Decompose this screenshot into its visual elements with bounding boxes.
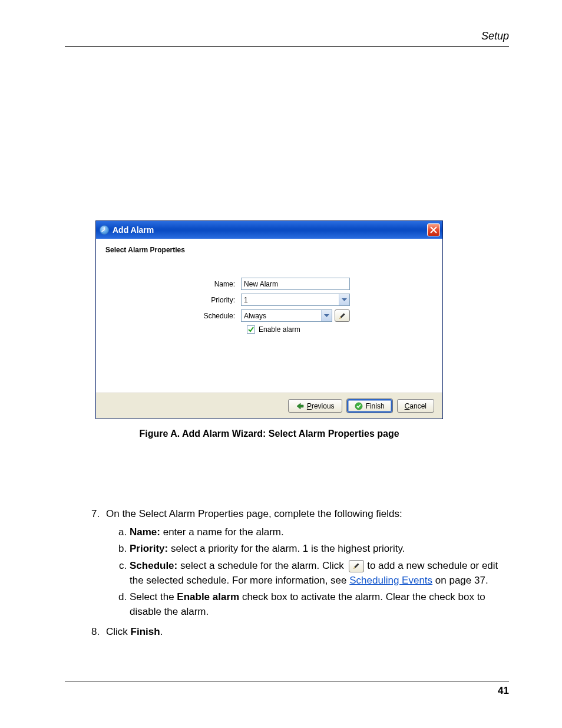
page-number: 41 xyxy=(498,685,509,697)
wizard-heading: Select Alarm Properties xyxy=(105,246,433,254)
titlebar: Add Alarm xyxy=(96,221,442,239)
schedule-select[interactable]: Always xyxy=(241,309,332,322)
priority-select[interactable]: 1 xyxy=(241,294,350,306)
titlebar-text: Add Alarm xyxy=(113,225,154,235)
previous-button[interactable]: Previous xyxy=(288,399,342,413)
name-input[interactable] xyxy=(241,278,350,290)
add-alarm-dialog: Add Alarm Select Alarm Properties Name: … xyxy=(95,220,443,419)
schedule-selected-value: Always xyxy=(242,310,321,321)
chevron-down-icon[interactable] xyxy=(321,310,332,321)
alarm-icon xyxy=(100,225,109,235)
finish-button-label: Finish xyxy=(366,402,385,410)
arrow-left-icon xyxy=(296,402,304,410)
edit-schedule-button[interactable] xyxy=(335,309,350,322)
figure-caption: Figure A. Add Alarm Wizard: Select Alarm… xyxy=(95,429,443,439)
edit-schedule-inline-icon xyxy=(349,560,364,572)
button-bar: Previous Finish Cancel xyxy=(96,393,442,419)
form-area: Name: Priority: 1 Schedule: Always xyxy=(96,272,442,393)
schedule-label: Schedule: xyxy=(108,312,241,320)
close-icon[interactable] xyxy=(427,223,440,236)
previous-button-label: Previous xyxy=(307,402,335,410)
priority-label: Priority: xyxy=(108,296,241,304)
enable-alarm-label: Enable alarm xyxy=(259,325,300,334)
pencil-icon xyxy=(338,312,346,320)
pencil-icon xyxy=(352,562,361,570)
priority-selected-value: 1 xyxy=(242,294,339,305)
cancel-button[interactable]: Cancel xyxy=(397,399,434,413)
enable-alarm-checkbox[interactable] xyxy=(247,325,255,334)
check-circle-icon xyxy=(355,402,363,410)
dialog-figure: Add Alarm Select Alarm Properties Name: … xyxy=(95,220,443,439)
name-label: Name: xyxy=(108,280,241,288)
wizard-header: Select Alarm Properties xyxy=(96,239,442,272)
chevron-down-icon[interactable] xyxy=(339,294,349,305)
body-text: On the Select Alarm Properties page, com… xyxy=(66,507,509,645)
cancel-button-label: Cancel xyxy=(405,402,427,410)
scheduling-events-link[interactable]: Scheduling Events xyxy=(349,575,432,586)
finish-button[interactable]: Finish xyxy=(347,399,392,413)
page-header: Setup xyxy=(481,30,509,42)
